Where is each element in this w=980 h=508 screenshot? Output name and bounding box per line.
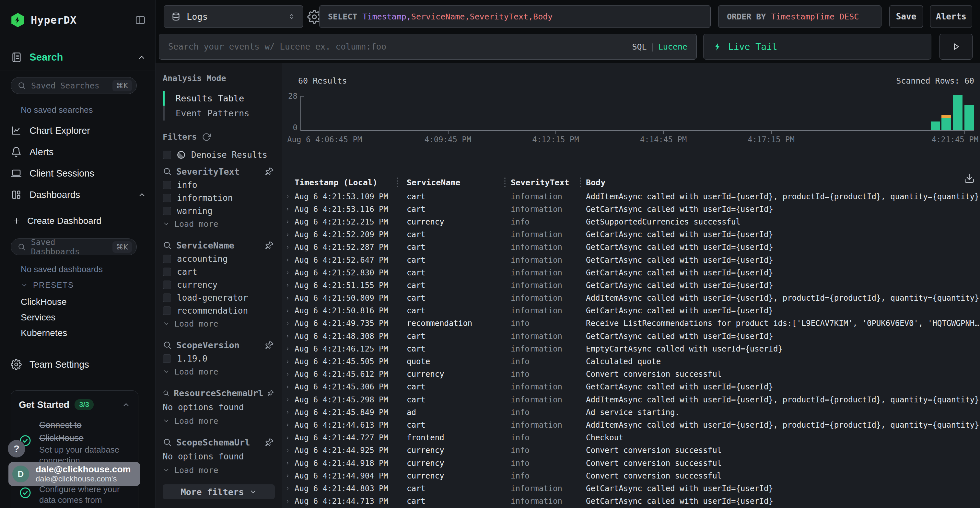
preset-kubernetes[interactable]: Kubernetes bbox=[21, 325, 67, 341]
select-columns-input[interactable]: SELECT Timestamp, ServiceName,SeverityTe… bbox=[319, 5, 711, 28]
expand-row-icon[interactable] bbox=[285, 296, 290, 301]
table-row[interactable]: Aug 6 4:21:52.647 PM cart information Ge… bbox=[285, 254, 980, 266]
load-more-button[interactable]: Load more bbox=[163, 217, 275, 230]
expand-row-icon[interactable] bbox=[285, 473, 290, 478]
pin-icon[interactable] bbox=[268, 388, 275, 398]
expand-row-icon[interactable] bbox=[285, 308, 290, 313]
results-histogram[interactable] bbox=[301, 96, 974, 131]
search-icon[interactable] bbox=[163, 389, 169, 397]
chevron-up-icon[interactable] bbox=[122, 400, 130, 409]
create-dashboard-button[interactable]: Create Dashboard bbox=[12, 214, 102, 228]
filter-option[interactable]: load-generator bbox=[163, 291, 275, 304]
checkbox[interactable] bbox=[163, 255, 171, 263]
table-row[interactable]: Aug 6 4:21:44.613 PM cart information Ad… bbox=[285, 419, 980, 431]
expand-row-icon[interactable] bbox=[285, 321, 290, 326]
checkbox[interactable] bbox=[163, 294, 171, 302]
column-resize-handle[interactable] bbox=[397, 178, 398, 187]
saved-dashboards-input[interactable]: Saved Dashboards ⌘K bbox=[11, 238, 137, 255]
table-row[interactable]: Aug 6 4:21:50.809 PM cart information Ad… bbox=[285, 292, 980, 305]
filter-option[interactable]: info bbox=[163, 178, 275, 192]
expand-row-icon[interactable] bbox=[285, 219, 290, 224]
checkbox[interactable] bbox=[163, 151, 171, 159]
sidebar-item-client-sessions[interactable]: Client Sessions bbox=[11, 163, 146, 184]
filter-option[interactable]: recommendation bbox=[163, 304, 275, 317]
source-select[interactable]: Logs bbox=[164, 5, 303, 28]
search-icon[interactable] bbox=[163, 340, 172, 349]
expand-row-icon[interactable] bbox=[285, 461, 290, 465]
table-row[interactable]: Aug 6 4:21:45.849 PM ad info Ad service … bbox=[285, 406, 980, 419]
filter-option[interactable]: accounting bbox=[163, 252, 275, 265]
preset-services[interactable]: Services bbox=[21, 310, 67, 325]
table-row[interactable]: Aug 6 4:21:53.116 PM cart information Ge… bbox=[285, 203, 980, 216]
table-row[interactable]: Aug 6 4:21:44.904 PM currency info Conve… bbox=[285, 470, 980, 482]
expand-row-icon[interactable] bbox=[285, 499, 290, 504]
sidebar-item-dashboards[interactable]: Dashboards bbox=[11, 184, 146, 205]
checkbox[interactable] bbox=[163, 281, 171, 289]
histogram-bar[interactable] bbox=[953, 95, 963, 130]
table-row[interactable]: Aug 6 4:21:45.306 PM cart information Ge… bbox=[285, 381, 980, 393]
pin-icon[interactable] bbox=[265, 167, 275, 176]
table-row[interactable]: Aug 6 4:21:44.803 PM cart information Ge… bbox=[285, 482, 980, 495]
search-icon[interactable] bbox=[163, 438, 172, 447]
sidebar-item-alerts[interactable]: Alerts bbox=[11, 141, 146, 163]
search-icon[interactable] bbox=[163, 241, 172, 250]
collapse-sidebar-icon[interactable] bbox=[135, 14, 146, 25]
expand-row-icon[interactable] bbox=[285, 397, 290, 402]
expand-row-icon[interactable] bbox=[285, 448, 290, 453]
col-severitytext[interactable]: SeverityText bbox=[511, 178, 586, 187]
table-row[interactable]: Aug 6 4:21:52.287 PM cart information Ge… bbox=[285, 241, 980, 254]
more-filters-button[interactable]: More filters bbox=[163, 484, 275, 499]
table-row[interactable]: Aug 6 4:21:50.816 PM cart information Ge… bbox=[285, 305, 980, 317]
expand-row-icon[interactable] bbox=[285, 270, 290, 275]
help-button[interactable]: ? bbox=[8, 440, 25, 457]
alerts-button[interactable]: Alerts bbox=[930, 5, 972, 28]
expand-row-icon[interactable] bbox=[285, 372, 290, 377]
table-row[interactable]: Aug 6 4:21:46.125 PM cart information Em… bbox=[285, 343, 980, 355]
filter-option[interactable]: cart bbox=[163, 265, 275, 278]
col-timestamp[interactable]: Timestamp (Local) bbox=[294, 178, 407, 187]
expand-row-icon[interactable] bbox=[285, 486, 290, 491]
checkbox[interactable] bbox=[163, 268, 171, 276]
filter-option[interactable]: information bbox=[163, 192, 275, 205]
table-row[interactable]: Aug 6 4:21:44.918 PM currency info Conve… bbox=[285, 457, 980, 470]
expand-row-icon[interactable] bbox=[285, 232, 290, 237]
live-tail-button[interactable]: Live Tail bbox=[703, 34, 931, 60]
preset-clickhouse[interactable]: ClickHouse bbox=[21, 294, 67, 310]
run-query-button[interactable] bbox=[940, 34, 972, 60]
tab-results-table[interactable]: Results Table bbox=[163, 91, 275, 106]
expand-row-icon[interactable] bbox=[285, 346, 290, 351]
search-input[interactable] bbox=[168, 42, 629, 51]
sidebar-item-chart-explorer[interactable]: Chart Explorer bbox=[11, 120, 146, 141]
table-row[interactable]: Aug 6 4:21:48.308 PM cart information Ge… bbox=[285, 330, 980, 343]
sidebar-item-team-settings[interactable]: Team Settings bbox=[11, 356, 89, 373]
checkbox[interactable] bbox=[163, 207, 171, 215]
sql-mode-label[interactable]: SQL bbox=[632, 42, 646, 51]
pin-icon[interactable] bbox=[265, 437, 275, 447]
col-body[interactable]: Body bbox=[586, 178, 980, 187]
step-connect-clickhouse[interactable]: Connect to ClickHouse bbox=[39, 419, 84, 444]
table-row[interactable]: Aug 6 4:21:44.925 PM currency info Conve… bbox=[285, 444, 980, 457]
load-more-button[interactable]: Load more bbox=[163, 464, 275, 476]
table-row[interactable]: Aug 6 4:21:44.727 PM frontend info Check… bbox=[285, 432, 980, 444]
order-by-input[interactable]: ORDER BY TimestampTime DESC bbox=[718, 5, 881, 28]
chevron-up-icon[interactable] bbox=[137, 53, 146, 62]
load-more-button[interactable]: Load more bbox=[163, 414, 275, 427]
expand-row-icon[interactable] bbox=[285, 334, 290, 338]
expand-row-icon[interactable] bbox=[285, 359, 290, 364]
search-icon[interactable] bbox=[163, 167, 172, 176]
checkbox[interactable] bbox=[163, 194, 171, 202]
filter-option[interactable]: currency bbox=[163, 278, 275, 291]
filter-option[interactable]: warning bbox=[163, 205, 275, 217]
load-more-button[interactable]: Load more bbox=[163, 317, 275, 330]
col-servicename[interactable]: ServiceName bbox=[407, 178, 511, 187]
pin-icon[interactable] bbox=[265, 340, 275, 350]
table-row[interactable]: Aug 6 4:21:45.505 PM quote info Calculat… bbox=[285, 355, 980, 368]
table-row[interactable]: Aug 6 4:21:51.155 PM cart information Ge… bbox=[285, 279, 980, 292]
saved-searches-input[interactable]: Saved Searches ⌘K bbox=[11, 77, 137, 94]
expand-row-icon[interactable] bbox=[285, 410, 290, 415]
checkbox[interactable] bbox=[163, 354, 171, 363]
table-row[interactable]: Aug 6 4:21:45.612 PM currency info Conve… bbox=[285, 368, 980, 381]
denoise-results-toggle[interactable]: Denoise Results bbox=[163, 150, 275, 160]
column-resize-handle[interactable] bbox=[504, 178, 506, 187]
presets-toggle[interactable]: PRESETS bbox=[21, 281, 74, 290]
